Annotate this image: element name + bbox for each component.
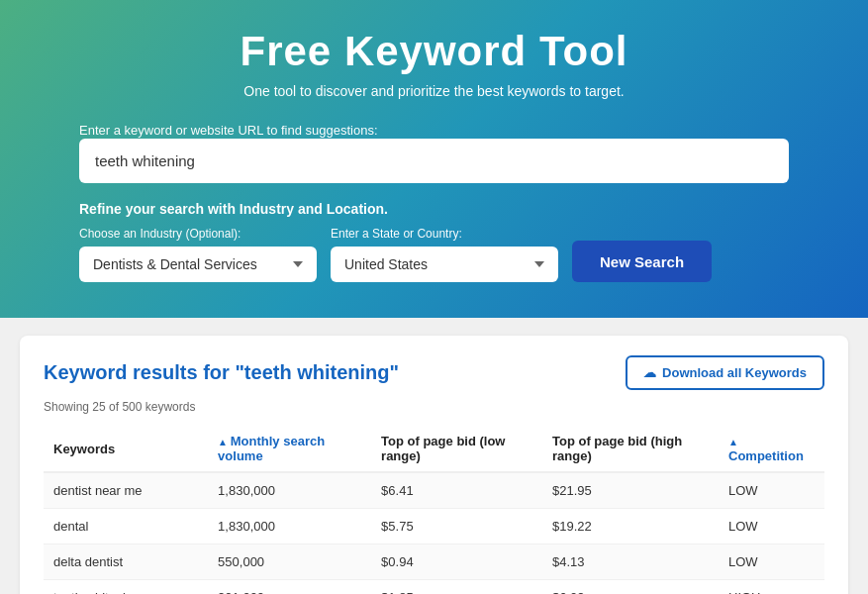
cell-volume: 1,830,000 (208, 472, 371, 509)
cell-keyword: delta dentist (44, 544, 208, 580)
keyword-input-group: Enter a keyword or website URL to find s… (79, 121, 789, 183)
cell-competition: HIGH (719, 580, 824, 595)
cell-bid-low: $6.41 (371, 472, 542, 509)
cell-bid-low: $0.94 (371, 544, 542, 580)
filters-row: Choose an Industry (Optional): Dentists … (79, 227, 789, 282)
industry-filter-group: Choose an Industry (Optional): Dentists … (79, 227, 317, 282)
keyword-input-label: Enter a keyword or website URL to find s… (79, 123, 378, 138)
download-label: Download all Keywords (662, 365, 807, 380)
col-bid-low: Top of page bid (low range) (371, 426, 542, 472)
cell-bid-low: $5.75 (371, 509, 542, 544)
cell-bid-high: $6.03 (542, 580, 719, 595)
state-label: Enter a State or Country: (331, 227, 558, 241)
hero-subtitle: One tool to discover and prioritize the … (79, 83, 789, 99)
cell-keyword: teeth whitening (44, 580, 208, 595)
cell-bid-high: $19.22 (542, 509, 719, 544)
industry-select[interactable]: Dentists & Dental Services (79, 247, 317, 282)
showing-text: Showing 25 of 500 keywords (44, 400, 824, 414)
keyword-table: Keywords Monthly search volume Top of pa… (44, 426, 824, 594)
table-row: teeth whitening 301,000 $1.85 $6.03 HIGH (44, 580, 824, 595)
download-button[interactable]: ☁ Download all Keywords (626, 355, 824, 390)
cell-competition: LOW (719, 472, 824, 509)
col-bid-high: Top of page bid (high range) (542, 426, 719, 472)
cell-keyword: dental (44, 509, 208, 544)
table-row: delta dentist 550,000 $0.94 $4.13 LOW (44, 544, 824, 580)
col-volume[interactable]: Monthly search volume (208, 426, 371, 472)
cell-bid-high: $21.95 (542, 472, 719, 509)
cell-volume: 301,000 (208, 580, 371, 595)
col-competition[interactable]: Competition (719, 426, 824, 472)
state-select[interactable]: United States (331, 247, 558, 282)
results-header: Keyword results for "teeth whitening" ☁ … (44, 355, 824, 390)
cell-volume: 550,000 (208, 544, 371, 580)
cell-competition: LOW (719, 509, 824, 544)
page-title: Free Keyword Tool (79, 28, 789, 75)
industry-label: Choose an Industry (Optional): (79, 227, 317, 241)
keyword-input[interactable] (79, 139, 789, 183)
new-search-button[interactable]: New Search (572, 241, 712, 282)
cell-bid-high: $4.13 (542, 544, 719, 580)
col-keywords: Keywords (44, 426, 208, 472)
table-row: dental 1,830,000 $5.75 $19.22 LOW (44, 509, 824, 544)
cell-bid-low: $1.85 (371, 580, 542, 595)
hero-section: Free Keyword Tool One tool to discover a… (0, 0, 868, 318)
results-section: Keyword results for "teeth whitening" ☁ … (20, 336, 848, 594)
download-icon: ☁ (643, 365, 656, 380)
cell-volume: 1,830,000 (208, 509, 371, 544)
cell-keyword: dentist near me (44, 472, 208, 509)
table-row: dentist near me 1,830,000 $6.41 $21.95 L… (44, 472, 824, 509)
refine-label: Refine your search with Industry and Loc… (79, 201, 789, 217)
table-header-row: Keywords Monthly search volume Top of pa… (44, 426, 824, 472)
results-title: Keyword results for "teeth whitening" (44, 361, 399, 384)
state-filter-group: Enter a State or Country: United States (331, 227, 558, 282)
cell-competition: LOW (719, 544, 824, 580)
